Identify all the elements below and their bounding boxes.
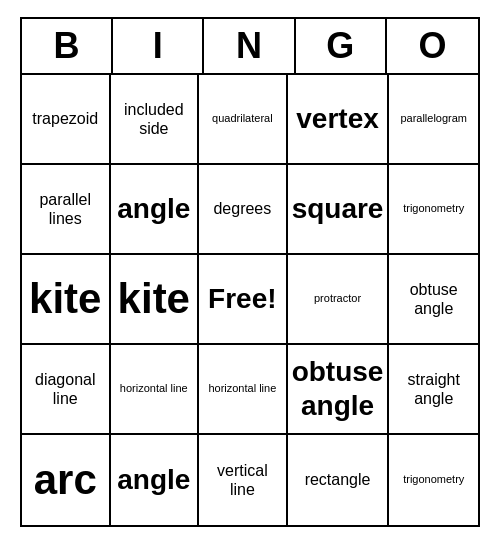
bingo-cell: vertex	[288, 75, 390, 165]
cell-text: trigonometry	[403, 473, 464, 486]
bingo-cell: horizontal line	[199, 345, 288, 435]
cell-text: horizontal line	[208, 382, 276, 395]
bingo-cell: quadrilateral	[199, 75, 288, 165]
cell-text: straight angle	[393, 370, 474, 408]
bingo-cell: obtuse angle	[389, 255, 478, 345]
header-letter: B	[22, 19, 113, 73]
header-letter: I	[113, 19, 204, 73]
cell-text: vertical line	[203, 461, 282, 499]
bingo-cell: kite	[22, 255, 111, 345]
cell-text: parallel lines	[26, 190, 105, 228]
cell-text: trapezoid	[32, 109, 98, 128]
bingo-cell: trigonometry	[389, 435, 478, 525]
bingo-cell: protractor	[288, 255, 390, 345]
bingo-cell: Free!	[199, 255, 288, 345]
bingo-cell: angle	[111, 165, 200, 255]
cell-text: angle	[117, 192, 190, 226]
bingo-cell: kite	[111, 255, 200, 345]
bingo-cell: diagonal line	[22, 345, 111, 435]
cell-text: arc	[34, 455, 97, 505]
bingo-cell: trigonometry	[389, 165, 478, 255]
cell-text: obtuse angle	[292, 355, 384, 422]
cell-text: kite	[118, 274, 190, 324]
bingo-cell: angle	[111, 435, 200, 525]
cell-text: trigonometry	[403, 202, 464, 215]
bingo-cell: square	[288, 165, 390, 255]
cell-text: protractor	[314, 292, 361, 305]
cell-text: degrees	[213, 199, 271, 218]
cell-text: kite	[29, 274, 101, 324]
bingo-cell: rectangle	[288, 435, 390, 525]
bingo-cell: included side	[111, 75, 200, 165]
bingo-cell: trapezoid	[22, 75, 111, 165]
cell-text: horizontal line	[120, 382, 188, 395]
cell-text: square	[292, 192, 384, 226]
header-letter: N	[204, 19, 295, 73]
cell-text: quadrilateral	[212, 112, 273, 125]
cell-text: Free!	[208, 282, 276, 316]
cell-text: included side	[115, 100, 194, 138]
header-letter: G	[296, 19, 387, 73]
bingo-cell: obtuse angle	[288, 345, 390, 435]
cell-text: rectangle	[305, 470, 371, 489]
bingo-cell: parallel lines	[22, 165, 111, 255]
bingo-header: BINGO	[22, 19, 478, 75]
cell-text: parallelogram	[400, 112, 467, 125]
cell-text: vertex	[296, 102, 379, 136]
bingo-cell: arc	[22, 435, 111, 525]
cell-text: angle	[117, 463, 190, 497]
bingo-cell: vertical line	[199, 435, 288, 525]
bingo-cell: degrees	[199, 165, 288, 255]
bingo-cell: parallelogram	[389, 75, 478, 165]
bingo-grid: trapezoidincluded sidequadrilateralverte…	[22, 75, 478, 525]
cell-text: obtuse angle	[393, 280, 474, 318]
cell-text: diagonal line	[26, 370, 105, 408]
bingo-cell: straight angle	[389, 345, 478, 435]
bingo-cell: horizontal line	[111, 345, 200, 435]
header-letter: O	[387, 19, 478, 73]
bingo-card: BINGO trapezoidincluded sidequadrilatera…	[20, 17, 480, 527]
